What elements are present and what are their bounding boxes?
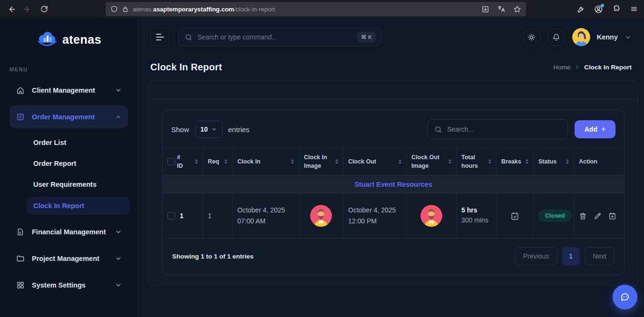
col-label: Status — [538, 157, 556, 166]
urlbar-actions — [481, 5, 521, 13]
sidebar-subitem-order-report[interactable]: Order Report — [0, 153, 137, 174]
order-list-icon — [16, 113, 25, 121]
command-search-input[interactable] — [197, 33, 352, 41]
sort-icon[interactable] — [224, 159, 227, 164]
search-icon — [434, 125, 442, 134]
keyboard-shortcut-badge: ⌘ K — [357, 32, 376, 42]
select-all-checkbox[interactable] — [167, 158, 175, 165]
clock-in-photo-image — [310, 205, 332, 227]
sidebar-item-label: System Settings — [32, 281, 86, 289]
command-search-bar[interactable]: ⌘ K — [178, 28, 382, 47]
col-header-clock-in[interactable]: Clock In — [233, 148, 299, 175]
col-header-id[interactable]: # ID — [163, 148, 203, 175]
previous-page-button[interactable]: Previous — [515, 247, 557, 265]
sidebar-item-project-management[interactable]: Project Management — [10, 247, 128, 270]
col-label: Breaks — [501, 157, 521, 166]
delete-button[interactable] — [579, 212, 587, 220]
clock-in-photo[interactable] — [310, 205, 332, 227]
search-icon — [185, 33, 193, 41]
current-page-button[interactable]: 1 — [562, 247, 580, 265]
col-header-breaks[interactable]: Breaks — [497, 148, 534, 175]
cell-clock-out: October 4, 202512:00 PM — [343, 193, 407, 239]
sort-icon[interactable] — [449, 159, 451, 164]
translate-icon[interactable] — [497, 5, 506, 13]
add-button-label: Add — [585, 125, 597, 133]
browser-forward-button[interactable] — [19, 2, 33, 16]
sidebar-subitem-user-requirements[interactable]: User Requirements — [0, 174, 137, 195]
col-header-clock-out-image[interactable]: Clock Out Image — [407, 148, 457, 175]
calendar-check-icon[interactable] — [510, 211, 519, 221]
folder-icon — [16, 254, 25, 263]
add-schedule-button[interactable] — [608, 212, 616, 220]
cell-actions — [574, 193, 624, 239]
cell-breaks — [497, 193, 534, 239]
sort-icon[interactable] — [566, 159, 569, 164]
table-search-bar[interactable] — [427, 119, 568, 139]
cell-total-hours: 5 hrs300 mins — [457, 193, 497, 239]
sidebar-collapse-button[interactable] — [150, 28, 169, 47]
col-header-total-hours[interactable]: Total hours — [457, 148, 497, 175]
sidebar-item-client-management[interactable]: Client Management — [10, 79, 128, 102]
plus-icon: + — [601, 125, 605, 134]
calendar-plus-icon — [608, 212, 616, 220]
sort-icon[interactable] — [399, 159, 401, 164]
sidebar-item-system-settings[interactable]: System Settings — [10, 274, 128, 297]
browser-reload-button[interactable] — [37, 2, 51, 16]
chevron-down-icon — [211, 126, 217, 132]
browser-back-button[interactable] — [5, 2, 19, 16]
table-controls-right: Add + — [427, 119, 615, 139]
browser-account-button[interactable] — [594, 5, 603, 14]
forward-arrow-icon — [22, 5, 30, 13]
user-avatar-image — [572, 28, 590, 46]
extensions-puzzle-icon[interactable] — [612, 5, 621, 13]
clock-out-photo[interactable] — [420, 205, 442, 227]
table-panel: Show 10 entries Add — [162, 110, 624, 275]
menu-hamburger-icon[interactable] — [630, 5, 638, 13]
chevron-down-icon — [115, 229, 122, 235]
wrench-icon[interactable] — [577, 5, 585, 13]
edit-button[interactable] — [594, 212, 602, 220]
brand-logo[interactable]: atenas — [0, 18, 137, 61]
client-group-link[interactable]: Stuart Event Resources — [354, 181, 432, 188]
chat-fab-button[interactable] — [613, 285, 637, 309]
sidebar-subitem-label: Order Report — [33, 160, 76, 167]
save-page-icon[interactable] — [481, 5, 489, 13]
sort-icon[interactable] — [526, 159, 528, 164]
cell-id: 1 — [163, 193, 203, 239]
bookmark-star-icon[interactable] — [513, 5, 521, 13]
sort-icon[interactable] — [195, 159, 198, 164]
topbar: ⌘ K — [138, 18, 644, 56]
sidebar-subitem-clock-in-report[interactable]: Clock In Report — [27, 197, 130, 215]
theme-toggle-button[interactable] — [523, 28, 541, 46]
add-button[interactable]: Add + — [575, 120, 615, 138]
lock-icon[interactable] — [122, 6, 128, 13]
table-footer: Showing 1 to 1 of 1 entries Previous 1 N… — [163, 239, 624, 275]
page-size-select[interactable]: 10 — [195, 121, 223, 138]
sort-icon[interactable] — [335, 159, 338, 164]
col-header-clock-out[interactable]: Clock Out — [343, 148, 407, 175]
sort-icon[interactable] — [291, 159, 294, 164]
breadcrumb-home-link[interactable]: Home — [553, 64, 570, 71]
user-avatar[interactable] — [572, 28, 590, 46]
url-path: /clock-in-report — [234, 6, 275, 13]
user-menu-chevron-icon[interactable] — [624, 34, 632, 41]
sidebar-item-financial-management[interactable]: Financial Management — [10, 221, 128, 243]
sidebar-subitem-order-list[interactable]: Order List — [0, 132, 137, 153]
page-title: Clock In Report — [150, 62, 222, 73]
sidebar-subitem-label: Clock In Report — [33, 202, 84, 210]
shield-icon[interactable] — [110, 5, 118, 13]
back-arrow-icon — [8, 5, 16, 13]
next-page-button[interactable]: Next — [585, 247, 615, 265]
cell-clock-out-image — [407, 193, 457, 239]
sidebar-item-order-management[interactable]: Order Management — [10, 106, 128, 128]
row-checkbox[interactable] — [167, 212, 175, 220]
notifications-button[interactable] — [547, 28, 566, 46]
browser-address-bar[interactable]: atenas.asaptemporarystaffing.com/clock-i… — [106, 2, 526, 16]
chevron-up-icon — [115, 114, 122, 120]
col-header-clock-in-image[interactable]: Clock In Image — [299, 148, 343, 175]
table-search-input[interactable] — [447, 125, 561, 133]
col-header-req[interactable]: Req — [203, 148, 233, 175]
col-header-status[interactable]: Status — [534, 148, 574, 175]
sort-icon[interactable] — [488, 159, 491, 164]
cell-req: 1 — [203, 193, 233, 239]
